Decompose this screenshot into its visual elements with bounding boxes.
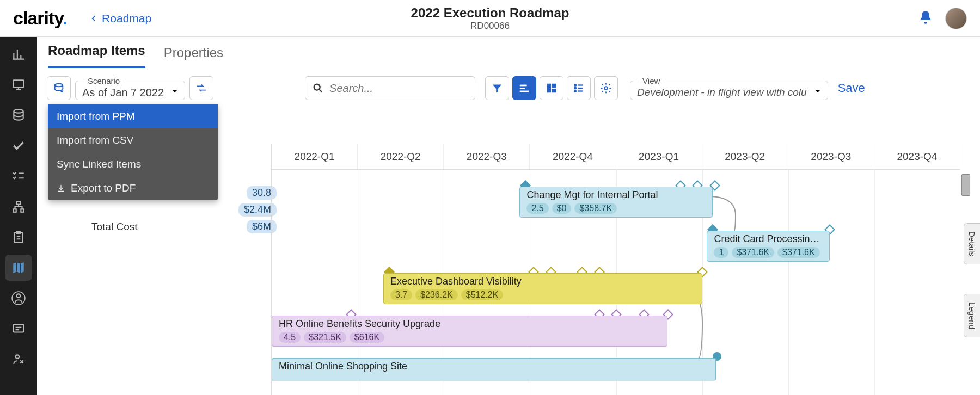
page-title-block: 2022 Execution Roadmap RD00066 (411, 5, 569, 32)
summary-row: Total Cost$6M (91, 220, 277, 233)
rail-hierarchy-icon[interactable] (5, 194, 32, 220)
timeline-header: 2022-Q1 2022-Q2 2022-Q3 2022-Q4 2023-Q1 … (272, 144, 960, 170)
svg-rect-0 (13, 80, 24, 87)
import-export-button[interactable] (47, 76, 71, 100)
quarter-cell: 2022-Q4 (530, 144, 616, 169)
arrow-left-icon (89, 14, 99, 23)
quarter-cell: 2022-Q3 (444, 144, 530, 169)
svg-rect-13 (520, 85, 527, 87)
rail-check-icon[interactable] (5, 133, 32, 159)
filter-button[interactable] (485, 76, 509, 100)
gantt-bar-hr-benefits[interactable]: HR Online Benefits Security Upgrade 4.5$… (272, 316, 667, 347)
quarter-cell: 2023-Q1 (616, 144, 702, 169)
svg-point-22 (604, 87, 608, 90)
gantt-bar-shopping-site[interactable]: Minimal Online Shopping Site (272, 358, 716, 381)
view-label: View (639, 76, 663, 85)
menu-sync-linked[interactable]: Sync Linked Items (48, 152, 218, 176)
scenario-select[interactable]: Scenario As of Jan 7 2022 (75, 76, 185, 100)
timeline-body[interactable]: Change Mgt for Internal Portal 2.5$0$358… (272, 170, 960, 395)
quarter-cell: 2022-Q1 (272, 144, 358, 169)
compare-button[interactable] (189, 76, 213, 100)
view-value: Development - in flight view with colu (637, 87, 807, 98)
board-view-button[interactable] (540, 76, 564, 100)
search-box[interactable] (305, 76, 475, 100)
chevron-down-icon (170, 87, 179, 98)
timeline: 2022-Q1 2022-Q2 2022-Q3 2022-Q4 2023-Q1 … (271, 144, 960, 395)
quarter-cell: 2023-Q2 (702, 144, 788, 169)
svg-point-20 (574, 88, 576, 89)
menu-import-csv[interactable]: Import from CSV (48, 128, 218, 152)
svg-rect-18 (552, 89, 556, 92)
chevron-down-icon (813, 87, 822, 98)
quarter-cell: 2023-Q4 (874, 144, 960, 169)
toolbar: Scenario As of Jan 7 2022 View Developme… (37, 73, 980, 103)
page-title: 2022 Execution Roadmap (411, 5, 569, 21)
tab-bar: Roadmap Items Properties (37, 37, 980, 69)
rail-message-icon[interactable] (5, 316, 32, 342)
rail-edit-user-icon[interactable] (5, 346, 32, 372)
search-input[interactable] (329, 82, 468, 95)
gantt-bar-exec-dashboard[interactable]: Executive Dashboard Visibility 3.7$236.2… (383, 273, 702, 304)
bar-title: Change Mgt for Internal Portal (526, 189, 707, 201)
tab-roadmap-items[interactable]: Roadmap Items (48, 43, 145, 68)
rail-chart-icon[interactable] (5, 41, 32, 67)
logo-text: clarity (13, 8, 63, 28)
bar-title: HR Online Benefits Security Upgrade (279, 318, 663, 330)
quarter-cell: 2022-Q2 (358, 144, 444, 169)
left-nav-rail (0, 37, 37, 395)
scenario-label: Scenario (84, 76, 123, 85)
svg-point-1 (14, 109, 23, 113)
rail-checklist-icon[interactable] (5, 163, 32, 189)
import-export-menu: Import from PPM Import from CSV Sync Lin… (48, 104, 218, 200)
tab-properties[interactable]: Properties (164, 45, 223, 68)
summary-row: $2.4M (91, 203, 277, 217)
list-view-button[interactable] (567, 76, 591, 100)
bar-title: Minimal Online Shopping Site (279, 361, 711, 372)
rail-database-icon[interactable] (5, 102, 32, 128)
page-subtitle: RD00066 (411, 21, 569, 32)
details-side-tab[interactable]: Details (964, 223, 980, 264)
svg-rect-15 (520, 91, 529, 92)
svg-point-7 (17, 294, 21, 298)
back-link-label: Roadmap (102, 12, 151, 25)
rail-monitor-icon[interactable] (5, 72, 32, 98)
search-icon (312, 82, 324, 94)
svg-rect-14 (520, 88, 525, 89)
legend-side-tab[interactable]: Legend (964, 294, 980, 337)
svg-rect-9 (13, 324, 24, 332)
gantt-bar-change-mgt[interactable]: Change Mgt for Internal Portal 2.5$0$358… (519, 187, 712, 218)
svg-rect-3 (13, 209, 16, 212)
svg-point-19 (574, 84, 576, 86)
rail-people-icon[interactable] (5, 285, 32, 311)
svg-rect-4 (21, 209, 23, 212)
back-link[interactable]: Roadmap (89, 12, 151, 25)
notifications-icon[interactable] (918, 10, 933, 27)
svg-point-21 (574, 90, 576, 92)
view-select[interactable]: View Development - in flight view with c… (630, 76, 828, 100)
content-area: Roadmap Items Properties Scenario As of … (37, 37, 980, 395)
svg-rect-17 (552, 84, 556, 88)
scenario-value: As of Jan 7 2022 (82, 87, 164, 99)
svg-point-10 (16, 355, 19, 359)
gantt-view-button[interactable] (512, 76, 536, 100)
bar-title: Executive Dashboard Visibility (390, 276, 697, 287)
user-avatar[interactable] (945, 8, 967, 29)
top-bar: clarity. Roadmap 2022 Execution Roadmap … (0, 0, 980, 37)
rail-clipboard-icon[interactable] (5, 224, 32, 250)
download-icon (57, 184, 65, 193)
settings-button[interactable] (594, 76, 618, 100)
save-button[interactable]: Save (832, 81, 871, 95)
svg-point-12 (314, 84, 320, 90)
gantt-bar-credit-card[interactable]: Credit Card Processing ... 1$371.6K$371.… (707, 231, 829, 262)
app-logo: clarity. (13, 8, 67, 29)
rail-map-icon[interactable] (5, 255, 32, 281)
menu-import-ppm[interactable]: Import from PPM (48, 104, 218, 128)
menu-export-pdf[interactable]: Export to PDF (48, 176, 218, 200)
svg-rect-16 (547, 84, 551, 93)
vertical-scrollbar[interactable] (961, 174, 970, 196)
bar-title: Credit Card Processing ... (714, 233, 824, 245)
svg-rect-2 (17, 201, 21, 204)
svg-point-11 (55, 84, 63, 87)
quarter-cell: 2023-Q3 (788, 144, 874, 169)
